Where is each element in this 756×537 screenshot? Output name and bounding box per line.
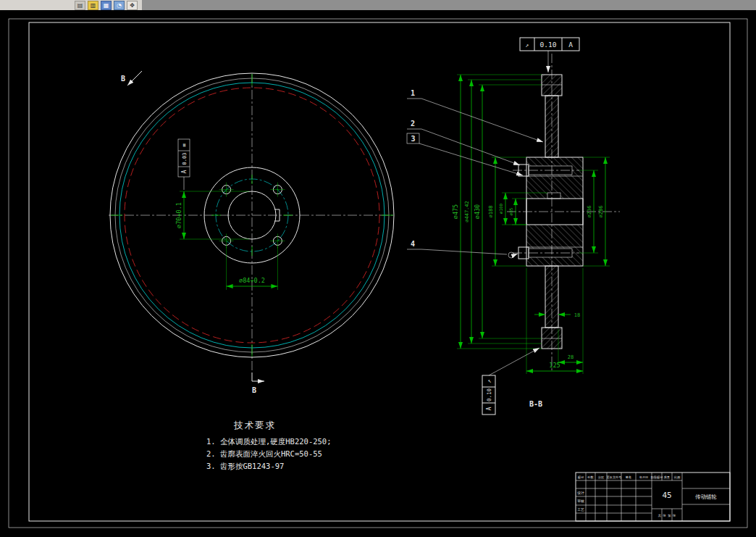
section-label: B <box>252 386 256 394</box>
header-label: 签名 <box>626 475 631 479</box>
runout-value: 0.10 <box>540 41 557 49</box>
dim-text: ⌀84+0.2 <box>239 277 265 284</box>
dim-text: 18 <box>574 312 580 318</box>
balloon-number: 3 <box>411 135 415 143</box>
sheet-label: 共 张 第 张 <box>658 514 676 517</box>
runout-symbol: ↗ <box>526 42 529 49</box>
runout-symbol: ↗ <box>486 380 492 383</box>
toolbar-left-group: ▤ ▥ ▦ ◔ ✥ <box>0 0 142 10</box>
title-block-sign-labels: 设计 审核 工艺 <box>576 491 584 512</box>
dim-text: ⌀286 <box>598 206 604 218</box>
save-icon[interactable]: ▥ <box>88 1 98 10</box>
pan-icon[interactable]: ✥ <box>127 1 138 10</box>
dim-text: ⌀447.42 <box>464 201 470 222</box>
drawing-canvas[interactable]: ⌀84+0.2 ⌀70+0.1 ≡ 0.03 A B <box>0 10 756 537</box>
stage-label: 质量 <box>664 475 670 479</box>
dim-text: ⌀430 <box>474 204 481 219</box>
header-label: 分区 <box>598 475 605 479</box>
sign-label: 工艺 <box>577 507 584 512</box>
dim-text: ⌀188 <box>488 206 494 218</box>
runout-datum: A <box>568 41 573 49</box>
dim-text: ⌀236 <box>587 206 592 218</box>
tech-requirement-item: 3. 齿形按GB1243-97 <box>206 462 284 470</box>
dim-text: 125 <box>549 362 560 369</box>
toolbar: ▤ ▥ ▦ ◔ ✥ <box>0 0 756 11</box>
sign-label: 审核 <box>577 499 584 503</box>
tech-requirements-title: 技术要求 <box>233 420 276 430</box>
cad-window: ▤ ▥ ▦ ◔ ✥ <box>0 0 756 537</box>
material-label: 45 <box>662 491 671 500</box>
tech-requirement-item: 1. 全体调质处理,硬度HB220-250; <box>206 437 332 446</box>
header-label: 年月日 <box>639 475 649 479</box>
dim-text: ⌀85 <box>508 207 513 215</box>
runout-datum: A <box>486 407 492 410</box>
print-icon[interactable]: ▦ <box>101 1 112 10</box>
header-label: 处数 <box>587 475 594 479</box>
balloon-number: 1 <box>411 89 415 97</box>
fcf-value: 0.03 <box>182 153 188 165</box>
dim-text: ⌀475 <box>452 204 459 219</box>
zoom-icon[interactable]: ◔ <box>114 1 125 10</box>
open-icon[interactable]: ▤ <box>75 1 85 10</box>
dim-text: ⌀70+0.1 <box>175 202 182 228</box>
section-view-label: B-B <box>529 400 542 408</box>
part-name-label: 传动链轮 <box>695 494 717 500</box>
dim-text: 28 <box>568 354 574 360</box>
fcf-datum: A <box>181 170 188 173</box>
section-label: B <box>121 75 125 83</box>
runout-value: 0.10 <box>486 388 492 401</box>
balloon-number: 2 <box>411 120 415 128</box>
keyway-notch <box>547 193 560 199</box>
fcf-symbol: ≡ <box>181 143 188 146</box>
tech-requirement-item: 2. 齿廓表面淬火回火HRC=50-55 <box>206 449 322 458</box>
dim-text: ⌀100 <box>498 203 503 214</box>
sign-label: 设计 <box>576 491 584 495</box>
paper-background <box>0 10 756 537</box>
balloon-number: 4 <box>411 240 415 248</box>
header-label: 更改文件号 <box>607 475 623 479</box>
